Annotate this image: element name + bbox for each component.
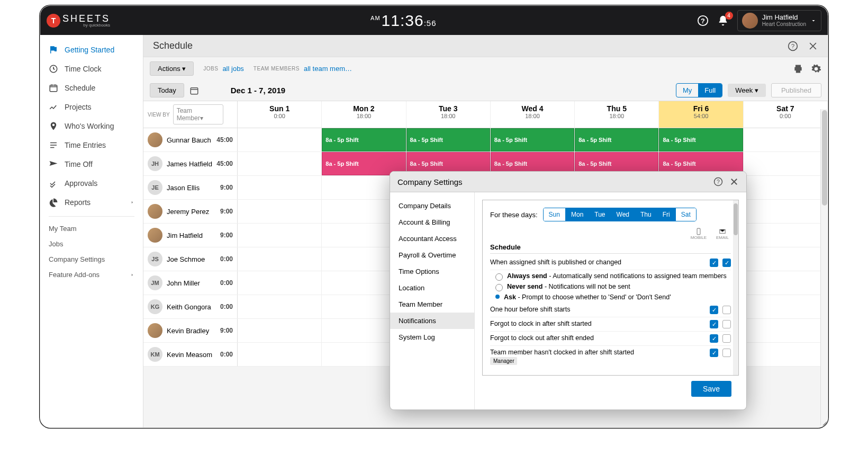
day-toggle[interactable]: Fri <box>657 208 676 221</box>
empty-slot[interactable] <box>744 271 828 295</box>
empty-slot[interactable] <box>744 176 828 199</box>
modal-help-icon[interactable]: ? <box>713 177 723 186</box>
empty-slot[interactable] <box>238 319 322 342</box>
shift-published-mobile-checkbox[interactable] <box>710 259 718 267</box>
empty-slot[interactable] <box>238 152 322 175</box>
forgot-out-email-checkbox[interactable] <box>722 334 731 343</box>
nav-schedule[interactable]: Schedule <box>40 78 143 97</box>
modal-nav: Company DetailsAccount & BillingAccounta… <box>390 192 475 409</box>
one-hour-email-checkbox[interactable] <box>722 306 731 314</box>
help-icon[interactable]: ? <box>788 41 798 51</box>
empty-slot[interactable] <box>744 200 828 223</box>
modal-nav-item[interactable]: System Log <box>390 329 474 345</box>
day-toggle[interactable]: Mon <box>566 208 589 221</box>
modal-nav-item[interactable]: Account & Billing <box>390 214 474 230</box>
empty-slot[interactable] <box>744 224 828 247</box>
gear-icon[interactable] <box>811 64 821 74</box>
today-button[interactable]: Today <box>150 83 184 97</box>
modal-nav-item[interactable]: Notifications <box>390 313 474 329</box>
nav-getting-started[interactable]: Getting Started <box>40 40 143 59</box>
modal-nav-item[interactable]: Location <box>390 280 474 296</box>
shift-block[interactable]: 8a - 5p Shift <box>575 128 658 152</box>
empty-slot[interactable] <box>238 271 322 295</box>
member-name: Gunnar Bauch <box>167 136 212 144</box>
avatar: KM <box>148 347 162 362</box>
nav-reports[interactable]: Reports <box>40 193 143 212</box>
members-filter-label: TEAM MEMBERS <box>254 66 300 72</box>
empty-slot[interactable] <box>238 128 322 152</box>
not-clocked-mobile-checkbox[interactable] <box>710 349 718 357</box>
member-hours: 9:00 <box>220 184 233 191</box>
empty-slot[interactable] <box>238 247 322 271</box>
nav-feature-addons[interactable]: Feature Add-ons <box>40 267 143 282</box>
notifications-button[interactable]: 4 <box>717 15 729 26</box>
empty-slot[interactable] <box>238 343 322 366</box>
opt-never-send[interactable]: Never send - Notifications will not be s… <box>495 283 731 291</box>
modal-nav-item[interactable]: Time Options <box>390 263 474 280</box>
nav-projects[interactable]: Projects <box>40 97 143 117</box>
opt-always-send[interactable]: Always send - Automatically send notific… <box>495 272 731 281</box>
empty-slot[interactable] <box>744 343 828 366</box>
empty-slot[interactable] <box>744 152 828 175</box>
shift-published-email-checkbox[interactable] <box>722 259 731 267</box>
shift-block[interactable]: 8a - 5p Shift <box>659 128 743 152</box>
print-icon[interactable] <box>793 64 803 74</box>
members-filter-link[interactable]: all team mem… <box>304 65 352 73</box>
seg-full[interactable]: Full <box>698 84 722 97</box>
empty-slot[interactable] <box>744 319 828 342</box>
nav-time-off[interactable]: Time Off <box>40 155 143 174</box>
help-icon[interactable]: ? <box>697 15 709 26</box>
modal-nav-item[interactable]: Payroll & Overtime <box>390 247 474 263</box>
day-toggle[interactable]: Sun <box>544 208 566 221</box>
svg-text:?: ? <box>701 16 705 24</box>
nav-time-entries[interactable]: Time Entries <box>40 136 143 155</box>
prev-arrow[interactable] <box>204 87 215 94</box>
save-button[interactable]: Save <box>691 381 731 397</box>
one-hour-mobile-checkbox[interactable] <box>710 306 718 314</box>
chevron-right-icon <box>130 200 134 204</box>
day-toggle[interactable]: Thu <box>635 208 657 221</box>
day-toggle[interactable]: Sat <box>676 208 696 221</box>
calendar-icon[interactable] <box>189 86 199 95</box>
close-icon[interactable] <box>808 41 818 51</box>
empty-slot[interactable] <box>238 200 322 223</box>
modal-close-icon[interactable] <box>729 177 739 186</box>
published-button[interactable]: Published <box>771 83 821 97</box>
jobs-filter-link[interactable]: all jobs <box>222 65 243 73</box>
actions-dropdown[interactable]: Actions ▾ <box>150 61 194 76</box>
nav-jobs[interactable]: Jobs <box>40 236 143 252</box>
notification-badge: 4 <box>725 12 733 20</box>
clock: AM11:36:56 <box>110 12 697 30</box>
empty-slot[interactable] <box>238 176 322 199</box>
modal-nav-item[interactable]: Team Member <box>390 296 474 313</box>
modal-nav-item[interactable]: Accountant Access <box>390 230 474 247</box>
forgot-in-mobile-checkbox[interactable] <box>710 320 718 328</box>
nav-my-team[interactable]: My Team <box>40 221 143 236</box>
empty-slot[interactable] <box>238 295 322 318</box>
resize-handle[interactable]: ◢ <box>822 420 827 426</box>
scrollbar[interactable] <box>820 109 828 425</box>
not-clocked-email-checkbox[interactable] <box>722 349 731 357</box>
modal-nav-item[interactable]: Company Details <box>390 198 474 214</box>
nav-approvals[interactable]: Approvals <box>40 174 143 193</box>
nav-whos-working[interactable]: Who's Working <box>40 117 143 136</box>
day-toggle[interactable]: Wed <box>611 208 635 221</box>
empty-slot[interactable] <box>744 295 828 318</box>
empty-slot[interactable] <box>744 247 828 271</box>
user-menu[interactable]: Jim Hatfield Heart Construction <box>737 10 821 31</box>
shift-block[interactable]: 8a - 5p Shift <box>406 128 490 152</box>
nav-time-clock[interactable]: Time Clock <box>40 59 143 78</box>
shift-block[interactable]: 8a - 5p Shift <box>322 128 405 152</box>
period-dropdown[interactable]: Week ▾ <box>728 84 766 97</box>
next-arrow[interactable] <box>215 87 225 94</box>
empty-slot[interactable] <box>744 128 828 152</box>
day-toggle[interactable]: Tue <box>589 208 611 221</box>
seg-my[interactable]: My <box>676 84 698 97</box>
opt-ask[interactable]: Ask - Prompt to choose whether to 'Send'… <box>495 293 731 301</box>
shift-block[interactable]: 8a - 5p Shift <box>491 128 574 152</box>
empty-slot[interactable] <box>238 224 322 247</box>
forgot-out-mobile-checkbox[interactable] <box>710 334 718 343</box>
forgot-in-email-checkbox[interactable] <box>722 320 731 328</box>
nav-company-settings[interactable]: Company Settings <box>40 252 143 267</box>
viewby-dropdown[interactable]: Team Member▾ <box>173 104 223 124</box>
